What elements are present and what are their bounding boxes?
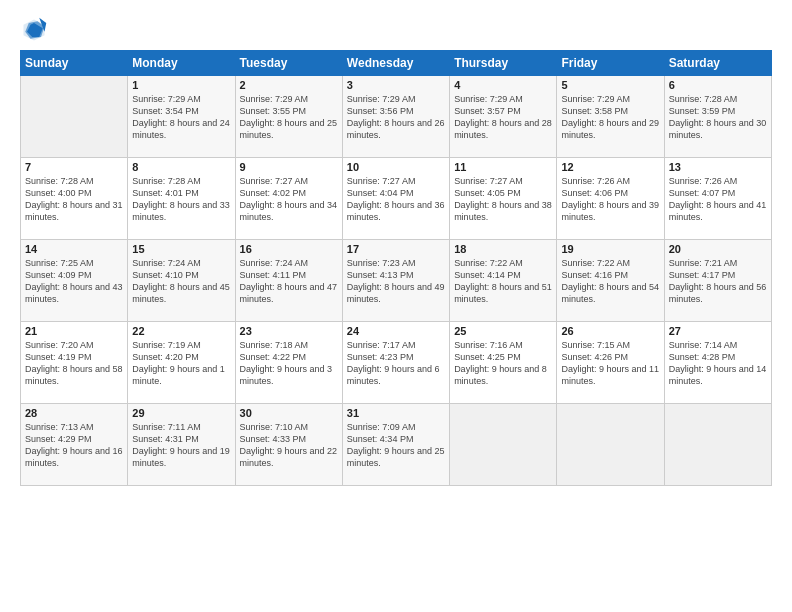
- calendar-cell: 25Sunrise: 7:16 AMSunset: 4:25 PMDayligh…: [450, 322, 557, 404]
- day-number: 23: [240, 325, 338, 337]
- calendar-cell: 17Sunrise: 7:23 AMSunset: 4:13 PMDayligh…: [342, 240, 449, 322]
- calendar-cell: 9Sunrise: 7:27 AMSunset: 4:02 PMDaylight…: [235, 158, 342, 240]
- calendar-cell: [21, 76, 128, 158]
- calendar-cell: 21Sunrise: 7:20 AMSunset: 4:19 PMDayligh…: [21, 322, 128, 404]
- cell-info: Sunrise: 7:14 AMSunset: 4:28 PMDaylight:…: [669, 339, 767, 388]
- cell-info: Sunrise: 7:22 AMSunset: 4:14 PMDaylight:…: [454, 257, 552, 306]
- cell-info: Sunrise: 7:23 AMSunset: 4:13 PMDaylight:…: [347, 257, 445, 306]
- calendar-cell: 28Sunrise: 7:13 AMSunset: 4:29 PMDayligh…: [21, 404, 128, 486]
- day-number: 2: [240, 79, 338, 91]
- day-number: 16: [240, 243, 338, 255]
- cell-info: Sunrise: 7:18 AMSunset: 4:22 PMDaylight:…: [240, 339, 338, 388]
- calendar-cell: 22Sunrise: 7:19 AMSunset: 4:20 PMDayligh…: [128, 322, 235, 404]
- day-number: 9: [240, 161, 338, 173]
- logo-icon: [20, 16, 48, 44]
- calendar-cell: 3Sunrise: 7:29 AMSunset: 3:56 PMDaylight…: [342, 76, 449, 158]
- day-number: 22: [132, 325, 230, 337]
- calendar-cell: 2Sunrise: 7:29 AMSunset: 3:55 PMDaylight…: [235, 76, 342, 158]
- calendar-cell: 11Sunrise: 7:27 AMSunset: 4:05 PMDayligh…: [450, 158, 557, 240]
- cell-info: Sunrise: 7:09 AMSunset: 4:34 PMDaylight:…: [347, 421, 445, 470]
- col-header-tuesday: Tuesday: [235, 51, 342, 76]
- calendar-cell: 12Sunrise: 7:26 AMSunset: 4:06 PMDayligh…: [557, 158, 664, 240]
- calendar-cell: 31Sunrise: 7:09 AMSunset: 4:34 PMDayligh…: [342, 404, 449, 486]
- calendar-cell: 8Sunrise: 7:28 AMSunset: 4:01 PMDaylight…: [128, 158, 235, 240]
- day-number: 29: [132, 407, 230, 419]
- day-number: 30: [240, 407, 338, 419]
- cell-info: Sunrise: 7:25 AMSunset: 4:09 PMDaylight:…: [25, 257, 123, 306]
- calendar-cell: [664, 404, 771, 486]
- calendar-cell: 10Sunrise: 7:27 AMSunset: 4:04 PMDayligh…: [342, 158, 449, 240]
- calendar-cell: 30Sunrise: 7:10 AMSunset: 4:33 PMDayligh…: [235, 404, 342, 486]
- day-number: 27: [669, 325, 767, 337]
- day-number: 10: [347, 161, 445, 173]
- calendar-cell: 24Sunrise: 7:17 AMSunset: 4:23 PMDayligh…: [342, 322, 449, 404]
- calendar-cell: 16Sunrise: 7:24 AMSunset: 4:11 PMDayligh…: [235, 240, 342, 322]
- col-header-monday: Monday: [128, 51, 235, 76]
- calendar-cell: 4Sunrise: 7:29 AMSunset: 3:57 PMDaylight…: [450, 76, 557, 158]
- calendar-cell: 29Sunrise: 7:11 AMSunset: 4:31 PMDayligh…: [128, 404, 235, 486]
- day-number: 12: [561, 161, 659, 173]
- day-number: 13: [669, 161, 767, 173]
- day-number: 7: [25, 161, 123, 173]
- cell-info: Sunrise: 7:13 AMSunset: 4:29 PMDaylight:…: [25, 421, 123, 470]
- cell-info: Sunrise: 7:11 AMSunset: 4:31 PMDaylight:…: [132, 421, 230, 470]
- day-number: 5: [561, 79, 659, 91]
- cell-info: Sunrise: 7:28 AMSunset: 4:01 PMDaylight:…: [132, 175, 230, 224]
- cell-info: Sunrise: 7:27 AMSunset: 4:02 PMDaylight:…: [240, 175, 338, 224]
- logo: [20, 16, 52, 44]
- cell-info: Sunrise: 7:16 AMSunset: 4:25 PMDaylight:…: [454, 339, 552, 388]
- day-number: 21: [25, 325, 123, 337]
- cell-info: Sunrise: 7:28 AMSunset: 3:59 PMDaylight:…: [669, 93, 767, 142]
- day-number: 31: [347, 407, 445, 419]
- day-number: 24: [347, 325, 445, 337]
- col-header-friday: Friday: [557, 51, 664, 76]
- calendar-cell: 7Sunrise: 7:28 AMSunset: 4:00 PMDaylight…: [21, 158, 128, 240]
- col-header-wednesday: Wednesday: [342, 51, 449, 76]
- cell-info: Sunrise: 7:20 AMSunset: 4:19 PMDaylight:…: [25, 339, 123, 388]
- day-number: 11: [454, 161, 552, 173]
- cell-info: Sunrise: 7:28 AMSunset: 4:00 PMDaylight:…: [25, 175, 123, 224]
- cell-info: Sunrise: 7:10 AMSunset: 4:33 PMDaylight:…: [240, 421, 338, 470]
- day-number: 1: [132, 79, 230, 91]
- calendar-cell: 26Sunrise: 7:15 AMSunset: 4:26 PMDayligh…: [557, 322, 664, 404]
- calendar-cell: 6Sunrise: 7:28 AMSunset: 3:59 PMDaylight…: [664, 76, 771, 158]
- calendar-cell: 23Sunrise: 7:18 AMSunset: 4:22 PMDayligh…: [235, 322, 342, 404]
- day-number: 28: [25, 407, 123, 419]
- calendar-cell: 14Sunrise: 7:25 AMSunset: 4:09 PMDayligh…: [21, 240, 128, 322]
- cell-info: Sunrise: 7:26 AMSunset: 4:07 PMDaylight:…: [669, 175, 767, 224]
- day-number: 17: [347, 243, 445, 255]
- col-header-sunday: Sunday: [21, 51, 128, 76]
- calendar-cell: [450, 404, 557, 486]
- calendar-cell: [557, 404, 664, 486]
- day-number: 25: [454, 325, 552, 337]
- calendar-cell: 13Sunrise: 7:26 AMSunset: 4:07 PMDayligh…: [664, 158, 771, 240]
- calendar-table: SundayMondayTuesdayWednesdayThursdayFrid…: [20, 50, 772, 486]
- cell-info: Sunrise: 7:29 AMSunset: 3:55 PMDaylight:…: [240, 93, 338, 142]
- cell-info: Sunrise: 7:29 AMSunset: 3:57 PMDaylight:…: [454, 93, 552, 142]
- col-header-saturday: Saturday: [664, 51, 771, 76]
- cell-info: Sunrise: 7:27 AMSunset: 4:05 PMDaylight:…: [454, 175, 552, 224]
- cell-info: Sunrise: 7:24 AMSunset: 4:11 PMDaylight:…: [240, 257, 338, 306]
- day-number: 20: [669, 243, 767, 255]
- cell-info: Sunrise: 7:27 AMSunset: 4:04 PMDaylight:…: [347, 175, 445, 224]
- cell-info: Sunrise: 7:17 AMSunset: 4:23 PMDaylight:…: [347, 339, 445, 388]
- calendar-cell: 20Sunrise: 7:21 AMSunset: 4:17 PMDayligh…: [664, 240, 771, 322]
- calendar-cell: 18Sunrise: 7:22 AMSunset: 4:14 PMDayligh…: [450, 240, 557, 322]
- day-number: 18: [454, 243, 552, 255]
- day-number: 15: [132, 243, 230, 255]
- day-number: 14: [25, 243, 123, 255]
- calendar-cell: 1Sunrise: 7:29 AMSunset: 3:54 PMDaylight…: [128, 76, 235, 158]
- cell-info: Sunrise: 7:21 AMSunset: 4:17 PMDaylight:…: [669, 257, 767, 306]
- cell-info: Sunrise: 7:29 AMSunset: 3:58 PMDaylight:…: [561, 93, 659, 142]
- cell-info: Sunrise: 7:29 AMSunset: 3:54 PMDaylight:…: [132, 93, 230, 142]
- col-header-thursday: Thursday: [450, 51, 557, 76]
- cell-info: Sunrise: 7:29 AMSunset: 3:56 PMDaylight:…: [347, 93, 445, 142]
- cell-info: Sunrise: 7:26 AMSunset: 4:06 PMDaylight:…: [561, 175, 659, 224]
- calendar-cell: 19Sunrise: 7:22 AMSunset: 4:16 PMDayligh…: [557, 240, 664, 322]
- day-number: 3: [347, 79, 445, 91]
- cell-info: Sunrise: 7:22 AMSunset: 4:16 PMDaylight:…: [561, 257, 659, 306]
- day-number: 26: [561, 325, 659, 337]
- cell-info: Sunrise: 7:19 AMSunset: 4:20 PMDaylight:…: [132, 339, 230, 388]
- cell-info: Sunrise: 7:15 AMSunset: 4:26 PMDaylight:…: [561, 339, 659, 388]
- calendar-cell: 27Sunrise: 7:14 AMSunset: 4:28 PMDayligh…: [664, 322, 771, 404]
